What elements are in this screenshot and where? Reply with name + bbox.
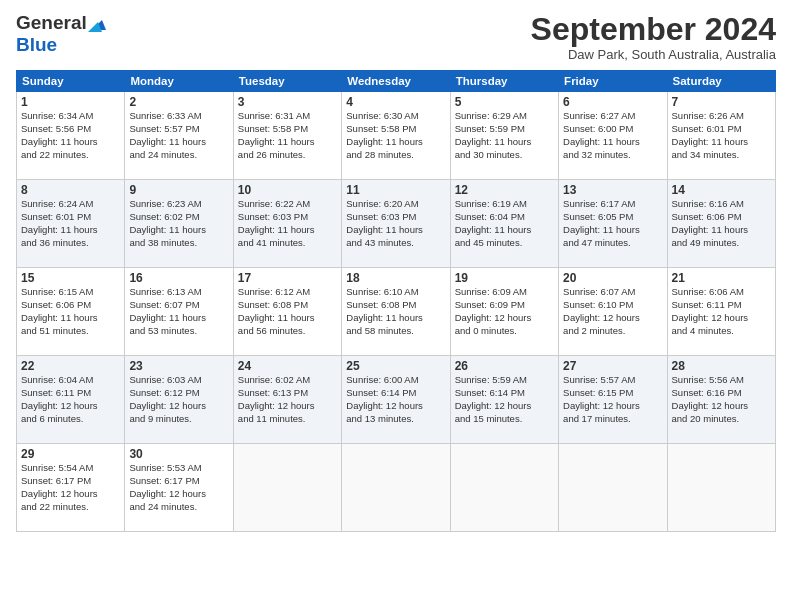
day-detail: Sunrise: 5:59 AM Sunset: 6:14 PM Dayligh… (455, 374, 554, 425)
day-number: 16 (129, 271, 228, 285)
calendar-cell: 3Sunrise: 6:31 AM Sunset: 5:58 PM Daylig… (233, 92, 341, 180)
calendar-cell: 17Sunrise: 6:12 AM Sunset: 6:08 PM Dayli… (233, 268, 341, 356)
day-number: 25 (346, 359, 445, 373)
calendar-cell: 23Sunrise: 6:03 AM Sunset: 6:12 PM Dayli… (125, 356, 233, 444)
day-number: 20 (563, 271, 662, 285)
day-number: 27 (563, 359, 662, 373)
calendar-week-3: 22Sunrise: 6:04 AM Sunset: 6:11 PM Dayli… (17, 356, 776, 444)
calendar-cell: 30Sunrise: 5:53 AM Sunset: 6:17 PM Dayli… (125, 444, 233, 532)
logo-icon (88, 16, 106, 32)
day-detail: Sunrise: 6:10 AM Sunset: 6:08 PM Dayligh… (346, 286, 445, 337)
calendar-cell: 2Sunrise: 6:33 AM Sunset: 5:57 PM Daylig… (125, 92, 233, 180)
day-number: 13 (563, 183, 662, 197)
calendar-cell (559, 444, 667, 532)
day-number: 5 (455, 95, 554, 109)
day-detail: Sunrise: 6:07 AM Sunset: 6:10 PM Dayligh… (563, 286, 662, 337)
calendar-header-wednesday: Wednesday (342, 71, 450, 92)
calendar-header-row: SundayMondayTuesdayWednesdayThursdayFrid… (17, 71, 776, 92)
location: Daw Park, South Australia, Australia (531, 47, 776, 62)
calendar-week-4: 29Sunrise: 5:54 AM Sunset: 6:17 PM Dayli… (17, 444, 776, 532)
day-detail: Sunrise: 6:16 AM Sunset: 6:06 PM Dayligh… (672, 198, 771, 249)
day-detail: Sunrise: 6:27 AM Sunset: 6:00 PM Dayligh… (563, 110, 662, 161)
calendar-cell: 5Sunrise: 6:29 AM Sunset: 5:59 PM Daylig… (450, 92, 558, 180)
calendar-header-tuesday: Tuesday (233, 71, 341, 92)
title-area: September 2024 Daw Park, South Australia… (531, 12, 776, 62)
calendar-cell: 28Sunrise: 5:56 AM Sunset: 6:16 PM Dayli… (667, 356, 775, 444)
calendar-week-2: 15Sunrise: 6:15 AM Sunset: 6:06 PM Dayli… (17, 268, 776, 356)
calendar-week-0: 1Sunrise: 6:34 AM Sunset: 5:56 PM Daylig… (17, 92, 776, 180)
calendar-cell: 20Sunrise: 6:07 AM Sunset: 6:10 PM Dayli… (559, 268, 667, 356)
calendar-cell: 4Sunrise: 6:30 AM Sunset: 5:58 PM Daylig… (342, 92, 450, 180)
day-number: 17 (238, 271, 337, 285)
day-number: 10 (238, 183, 337, 197)
calendar-cell: 29Sunrise: 5:54 AM Sunset: 6:17 PM Dayli… (17, 444, 125, 532)
calendar-cell: 18Sunrise: 6:10 AM Sunset: 6:08 PM Dayli… (342, 268, 450, 356)
month-title: September 2024 (531, 12, 776, 47)
calendar-cell: 21Sunrise: 6:06 AM Sunset: 6:11 PM Dayli… (667, 268, 775, 356)
day-detail: Sunrise: 6:19 AM Sunset: 6:04 PM Dayligh… (455, 198, 554, 249)
day-number: 2 (129, 95, 228, 109)
day-detail: Sunrise: 6:29 AM Sunset: 5:59 PM Dayligh… (455, 110, 554, 161)
calendar-cell: 7Sunrise: 6:26 AM Sunset: 6:01 PM Daylig… (667, 92, 775, 180)
day-detail: Sunrise: 6:13 AM Sunset: 6:07 PM Dayligh… (129, 286, 228, 337)
header: General Blue September 2024 Daw Park, So… (16, 12, 776, 62)
calendar-header-monday: Monday (125, 71, 233, 92)
day-detail: Sunrise: 6:09 AM Sunset: 6:09 PM Dayligh… (455, 286, 554, 337)
day-detail: Sunrise: 6:30 AM Sunset: 5:58 PM Dayligh… (346, 110, 445, 161)
calendar-cell: 26Sunrise: 5:59 AM Sunset: 6:14 PM Dayli… (450, 356, 558, 444)
logo: General Blue (16, 12, 106, 56)
calendar-week-1: 8Sunrise: 6:24 AM Sunset: 6:01 PM Daylig… (17, 180, 776, 268)
calendar-cell (233, 444, 341, 532)
calendar-header-sunday: Sunday (17, 71, 125, 92)
day-number: 9 (129, 183, 228, 197)
day-detail: Sunrise: 5:54 AM Sunset: 6:17 PM Dayligh… (21, 462, 120, 513)
day-number: 14 (672, 183, 771, 197)
calendar-cell: 8Sunrise: 6:24 AM Sunset: 6:01 PM Daylig… (17, 180, 125, 268)
day-detail: Sunrise: 6:34 AM Sunset: 5:56 PM Dayligh… (21, 110, 120, 161)
day-detail: Sunrise: 5:56 AM Sunset: 6:16 PM Dayligh… (672, 374, 771, 425)
calendar-cell: 15Sunrise: 6:15 AM Sunset: 6:06 PM Dayli… (17, 268, 125, 356)
calendar-cell (342, 444, 450, 532)
day-detail: Sunrise: 5:53 AM Sunset: 6:17 PM Dayligh… (129, 462, 228, 513)
calendar-cell: 9Sunrise: 6:23 AM Sunset: 6:02 PM Daylig… (125, 180, 233, 268)
calendar-cell: 10Sunrise: 6:22 AM Sunset: 6:03 PM Dayli… (233, 180, 341, 268)
calendar-cell: 6Sunrise: 6:27 AM Sunset: 6:00 PM Daylig… (559, 92, 667, 180)
day-number: 4 (346, 95, 445, 109)
day-number: 26 (455, 359, 554, 373)
day-number: 22 (21, 359, 120, 373)
calendar-cell: 1Sunrise: 6:34 AM Sunset: 5:56 PM Daylig… (17, 92, 125, 180)
day-number: 19 (455, 271, 554, 285)
day-detail: Sunrise: 6:22 AM Sunset: 6:03 PM Dayligh… (238, 198, 337, 249)
day-number: 24 (238, 359, 337, 373)
day-detail: Sunrise: 6:15 AM Sunset: 6:06 PM Dayligh… (21, 286, 120, 337)
day-number: 6 (563, 95, 662, 109)
calendar-cell: 11Sunrise: 6:20 AM Sunset: 6:03 PM Dayli… (342, 180, 450, 268)
calendar-cell: 16Sunrise: 6:13 AM Sunset: 6:07 PM Dayli… (125, 268, 233, 356)
calendar-cell: 27Sunrise: 5:57 AM Sunset: 6:15 PM Dayli… (559, 356, 667, 444)
calendar-cell: 19Sunrise: 6:09 AM Sunset: 6:09 PM Dayli… (450, 268, 558, 356)
day-detail: Sunrise: 6:23 AM Sunset: 6:02 PM Dayligh… (129, 198, 228, 249)
day-detail: Sunrise: 6:00 AM Sunset: 6:14 PM Dayligh… (346, 374, 445, 425)
day-detail: Sunrise: 6:02 AM Sunset: 6:13 PM Dayligh… (238, 374, 337, 425)
calendar-header-thursday: Thursday (450, 71, 558, 92)
calendar-cell: 22Sunrise: 6:04 AM Sunset: 6:11 PM Dayli… (17, 356, 125, 444)
day-number: 15 (21, 271, 120, 285)
day-detail: Sunrise: 6:12 AM Sunset: 6:08 PM Dayligh… (238, 286, 337, 337)
calendar-cell: 24Sunrise: 6:02 AM Sunset: 6:13 PM Dayli… (233, 356, 341, 444)
day-detail: Sunrise: 6:06 AM Sunset: 6:11 PM Dayligh… (672, 286, 771, 337)
day-number: 21 (672, 271, 771, 285)
logo-general: General (16, 12, 87, 33)
day-detail: Sunrise: 6:20 AM Sunset: 6:03 PM Dayligh… (346, 198, 445, 249)
calendar-header-saturday: Saturday (667, 71, 775, 92)
day-number: 28 (672, 359, 771, 373)
calendar-cell: 25Sunrise: 6:00 AM Sunset: 6:14 PM Dayli… (342, 356, 450, 444)
day-number: 18 (346, 271, 445, 285)
day-detail: Sunrise: 6:03 AM Sunset: 6:12 PM Dayligh… (129, 374, 228, 425)
day-number: 8 (21, 183, 120, 197)
calendar-cell (450, 444, 558, 532)
page: General Blue September 2024 Daw Park, So… (0, 0, 792, 612)
day-detail: Sunrise: 6:31 AM Sunset: 5:58 PM Dayligh… (238, 110, 337, 161)
day-number: 30 (129, 447, 228, 461)
day-detail: Sunrise: 6:04 AM Sunset: 6:11 PM Dayligh… (21, 374, 120, 425)
day-number: 3 (238, 95, 337, 109)
